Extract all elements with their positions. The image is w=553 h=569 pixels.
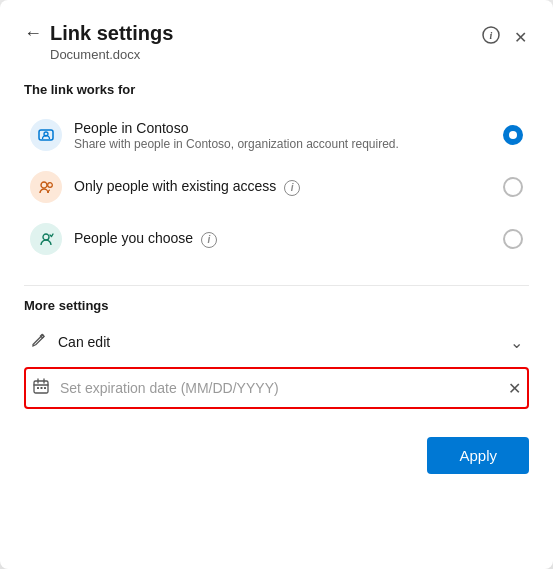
header-title-block: Link settings Document.docx (50, 20, 480, 62)
expiration-row[interactable]: Set expiration date (MM/DD/YYYY) ✕ (24, 367, 529, 409)
choose-main-label: People you choose i (74, 230, 491, 247)
contoso-sub-label: Share with people in Contoso, organizati… (74, 137, 491, 151)
expiration-label[interactable]: Set expiration date (MM/DD/YYYY) (60, 380, 498, 396)
svg-point-6 (43, 234, 49, 240)
svg-text:i: i (490, 30, 493, 41)
contoso-text: People in Contoso Share with people in C… (74, 120, 491, 151)
apply-button[interactable]: Apply (427, 437, 529, 474)
dialog-footer: Apply (24, 437, 529, 474)
existing-main-label: Only people with existing access i (74, 178, 491, 195)
chevron-down-icon: ⌄ (510, 333, 523, 352)
close-button[interactable]: ✕ (512, 26, 529, 49)
radio-control-choose[interactable] (503, 229, 523, 249)
link-settings-dialog: ← Link settings Document.docx i ✕ The li… (0, 0, 553, 569)
radio-item-existing[interactable]: Only people with existing access i (24, 161, 529, 213)
edit-icon (30, 331, 48, 353)
dialog-header: ← Link settings Document.docx i ✕ (24, 20, 529, 62)
contoso-main-label: People in Contoso (74, 120, 491, 136)
radio-control-existing[interactable] (503, 177, 523, 197)
svg-rect-10 (44, 387, 46, 389)
link-works-for-label: The link works for (24, 82, 529, 97)
radio-group: People in Contoso Share with people in C… (24, 109, 529, 265)
calendar-icon (32, 377, 50, 399)
choose-icon (30, 223, 62, 255)
existing-info-icon[interactable]: i (284, 180, 300, 196)
dialog-subtitle: Document.docx (50, 47, 480, 62)
header-icons: i ✕ (480, 24, 529, 50)
existing-text: Only people with existing access i (74, 178, 491, 195)
can-edit-row[interactable]: Can edit ⌄ (24, 321, 529, 363)
back-button[interactable]: ← (24, 22, 50, 44)
info-button[interactable]: i (480, 24, 502, 50)
svg-rect-9 (41, 387, 43, 389)
radio-control-contoso[interactable] (503, 125, 523, 145)
divider (24, 285, 529, 286)
radio-item-choose[interactable]: People you choose i (24, 213, 529, 265)
more-settings-label: More settings (24, 298, 529, 313)
contoso-icon (30, 119, 62, 151)
choose-text: People you choose i (74, 230, 491, 247)
svg-point-5 (48, 183, 53, 188)
choose-info-icon[interactable]: i (201, 232, 217, 248)
svg-rect-8 (37, 387, 39, 389)
svg-point-4 (41, 182, 47, 188)
can-edit-label: Can edit (58, 334, 500, 350)
existing-icon (30, 171, 62, 203)
dialog-title: Link settings (50, 20, 480, 46)
radio-item-contoso[interactable]: People in Contoso Share with people in C… (24, 109, 529, 161)
expiration-clear-button[interactable]: ✕ (508, 379, 521, 398)
